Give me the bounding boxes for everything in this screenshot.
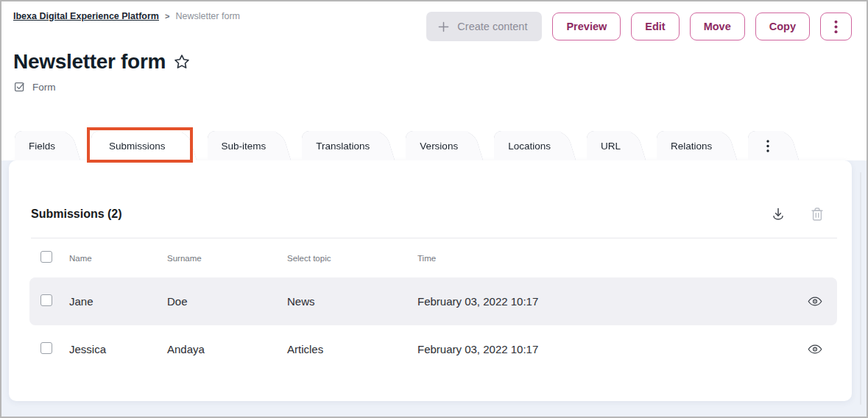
more-tabs-icon <box>762 140 774 152</box>
action-bar: Create content Preview Edit Move Copy <box>426 12 852 41</box>
column-header-time: Time <box>417 254 793 263</box>
preview-button[interactable]: Preview <box>552 13 621 40</box>
tab-more[interactable] <box>748 131 784 160</box>
view-submission-button[interactable] <box>808 344 822 354</box>
edit-button[interactable]: Edit <box>631 13 679 40</box>
download-button[interactable] <box>771 207 786 222</box>
tab-label: Locations <box>508 141 551 152</box>
tab-label: Translations <box>316 141 370 152</box>
panel-header: Submissions (2) <box>31 202 833 226</box>
bookmark-star-icon[interactable] <box>173 53 191 71</box>
table-row[interactable]: Jane Doe News February 03, 2022 10:17 <box>29 277 837 325</box>
tab-sub-items[interactable]: Sub-items <box>208 131 277 160</box>
cell-topic: News <box>287 295 417 308</box>
table-body: Jane Doe News February 03, 2022 10:17 Je… <box>29 277 837 373</box>
tab-bar: Fields Submissions Sub-items Translation… <box>15 131 810 160</box>
column-header-name: Name <box>69 254 167 263</box>
scrollbar-track[interactable] <box>860 172 861 405</box>
tab-label: Submissions <box>109 141 166 152</box>
row-checkbox[interactable] <box>40 294 52 306</box>
breadcrumb-separator: > <box>165 12 169 21</box>
tab-label: Sub-items <box>222 141 267 152</box>
breadcrumb: Ibexa Digital Experience Platform > News… <box>13 11 240 21</box>
content-type-row: Form <box>14 81 56 93</box>
delete-button[interactable] <box>811 207 824 222</box>
tab-label: Fields <box>29 141 55 152</box>
select-all-checkbox[interactable] <box>40 251 52 263</box>
cell-surname: Andaya <box>167 343 287 355</box>
create-content-button[interactable]: Create content <box>426 12 542 41</box>
breadcrumb-current: Newsletter form <box>175 11 240 21</box>
row-checkbox[interactable] <box>40 342 52 354</box>
cell-surname: Doe <box>167 295 287 308</box>
more-actions-button[interactable] <box>820 13 852 40</box>
cell-topic: Articles <box>287 343 417 355</box>
cell-name: Jane <box>69 295 167 308</box>
breadcrumb-root-link[interactable]: Ibexa Digital Experience Platform <box>13 11 159 21</box>
tab-translations[interactable]: Translations <box>302 131 380 160</box>
tab-versions[interactable]: Versions <box>406 131 468 160</box>
cell-name: Jessica <box>69 343 167 355</box>
ibexa-admin-window: Ibexa Digital Experience Platform > News… <box>0 0 868 418</box>
tab-submissions[interactable]: Submissions <box>91 131 182 160</box>
copy-button[interactable]: Copy <box>755 13 810 40</box>
tab-locations[interactable]: Locations <box>494 131 561 160</box>
submissions-panel: Submissions (2) Name Surname Select topi… <box>9 160 852 401</box>
submissions-count-heading: Submissions (2) <box>31 208 122 221</box>
cell-time: February 03, 2022 10:17 <box>417 295 793 308</box>
view-submission-button[interactable] <box>808 297 822 306</box>
form-type-icon <box>14 81 26 93</box>
content-type-label: Form <box>32 82 56 93</box>
page-title: Newsletter form <box>13 50 166 74</box>
move-button[interactable]: Move <box>690 13 745 40</box>
create-content-label: Create content <box>457 21 527 32</box>
tab-fields[interactable]: Fields <box>15 131 66 160</box>
tab-label: Versions <box>420 141 458 152</box>
column-header-surname: Surname <box>167 254 287 263</box>
kebab-icon <box>834 20 838 34</box>
tab-label: URL <box>601 141 621 152</box>
column-header-topic: Select topic <box>287 254 417 263</box>
plus-icon <box>438 21 449 32</box>
panel-toolbar <box>771 207 833 222</box>
tab-relations[interactable]: Relations <box>657 131 722 160</box>
tab-label: Relations <box>671 141 712 152</box>
table-header-row: Name Surname Select topic Time <box>29 238 837 277</box>
tab-url[interactable]: URL <box>587 131 631 160</box>
cell-time: February 03, 2022 10:17 <box>417 343 793 355</box>
title-row: Newsletter form <box>13 50 191 74</box>
table-row[interactable]: Jessica Andaya Articles February 03, 202… <box>29 325 837 373</box>
